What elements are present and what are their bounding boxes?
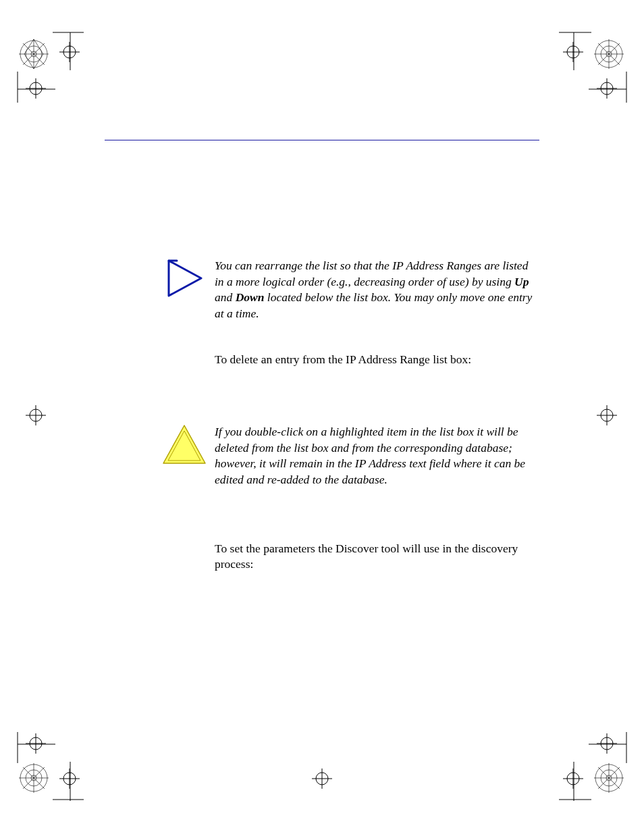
svg-marker-0 — [169, 261, 201, 296]
tip-pre: You can rearrange the list so that the I… — [215, 259, 528, 288]
svg-point-26 — [606, 51, 612, 57]
reg-mark-bottom-right-cross2 — [563, 768, 583, 789]
svg-point-50 — [30, 737, 42, 750]
tip-block: You can rearrange the list so that the I… — [215, 258, 539, 322]
reg-mark-bottom-left-cross2 — [59, 768, 80, 789]
tip-mid: and — [215, 290, 236, 304]
reg-mark-top-right-corner2 — [589, 72, 636, 112]
svg-point-73 — [601, 770, 617, 786]
reg-mark-bottom-left-corner2 — [53, 762, 93, 809]
svg-line-12 — [34, 54, 43, 69]
reg-mark-bottom-right-corner2 — [552, 762, 593, 809]
play-icon — [165, 259, 205, 297]
svg-point-19 — [30, 82, 42, 95]
header-rule — [105, 140, 539, 140]
svg-line-30 — [598, 43, 620, 65]
reg-mark-top-left-cross2 — [26, 78, 46, 99]
svg-line-11 — [24, 39, 34, 54]
svg-line-10 — [34, 39, 43, 54]
tip-text: You can rearrange the list so that the I… — [215, 258, 539, 322]
svg-line-61 — [23, 767, 45, 789]
delete-intro-block: To delete an entry from the IP Address R… — [215, 352, 539, 368]
reg-mark-top-right-corner — [552, 24, 593, 72]
set-params-text: To set the parameters the Discover tool … — [215, 541, 539, 573]
svg-point-31 — [567, 46, 579, 58]
reg-mark-bottom-left-corner — [9, 724, 57, 764]
svg-point-62 — [63, 773, 76, 785]
reg-mark-bottom-left-rosette — [18, 762, 50, 794]
svg-point-44 — [601, 409, 613, 421]
tip-down: Down — [236, 290, 265, 304]
reg-mark-right-mid-cross — [597, 405, 617, 425]
svg-point-47 — [316, 773, 328, 785]
svg-line-78 — [598, 767, 620, 789]
svg-line-29 — [598, 43, 620, 65]
svg-point-74 — [606, 775, 612, 781]
svg-point-24 — [595, 41, 622, 68]
reg-mark-top-left-corner — [53, 24, 93, 72]
svg-line-77 — [598, 767, 620, 789]
reg-mark-bottom-center-cross — [312, 768, 332, 789]
reg-mark-top-right-rosette — [593, 38, 625, 70]
reg-mark-bottom-right-corner — [589, 724, 636, 764]
tip-up: Up — [514, 275, 529, 288]
svg-point-67 — [601, 737, 613, 750]
caution-block: If you double-click on a highlighted ite… — [215, 424, 539, 488]
reg-mark-top-right-cross2 — [597, 78, 617, 99]
svg-point-36 — [601, 82, 613, 95]
svg-point-79 — [567, 773, 579, 785]
reg-mark-bottom-left-cross — [26, 733, 46, 754]
svg-point-3 — [20, 41, 47, 68]
reg-mark-top-right-cross — [563, 42, 583, 62]
svg-point-25 — [601, 46, 617, 62]
svg-point-57 — [31, 775, 36, 781]
reg-mark-bottom-right-cross — [597, 733, 617, 754]
reg-mark-bottom-right-rosette — [593, 762, 625, 794]
set-params-block: To set the parameters the Discover tool … — [215, 541, 539, 573]
svg-point-14 — [63, 46, 76, 58]
svg-point-41 — [30, 409, 42, 421]
warning-triangle-icon — [161, 423, 208, 467]
main-content: You can rearrange the list so that the I… — [215, 258, 539, 598]
reg-mark-top-left-rosette — [18, 38, 50, 70]
delete-intro-text: To delete an entry from the IP Address R… — [215, 352, 539, 368]
svg-line-13 — [24, 54, 34, 69]
svg-point-5 — [31, 51, 36, 57]
svg-point-4 — [26, 46, 42, 62]
reg-mark-top-left-corner2 — [9, 72, 57, 112]
svg-line-8 — [23, 43, 45, 65]
reg-mark-top-left-cross — [59, 42, 80, 62]
reg-mark-left-mid-cross — [26, 405, 46, 425]
svg-line-60 — [23, 767, 45, 789]
svg-line-9 — [23, 43, 45, 65]
svg-point-55 — [20, 764, 47, 791]
svg-point-72 — [595, 764, 622, 791]
svg-point-56 — [26, 770, 42, 786]
caution-text: If you double-click on a highlighted ite… — [215, 424, 539, 488]
